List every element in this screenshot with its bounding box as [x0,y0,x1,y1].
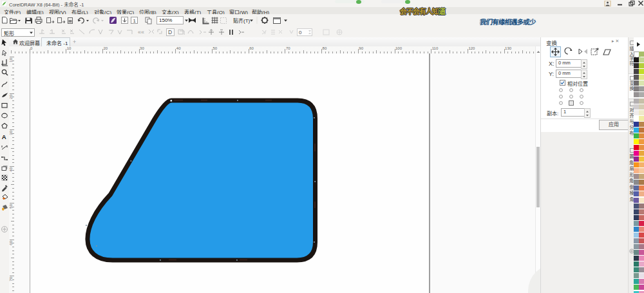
svg-text:A: A [2,133,6,140]
svg-text:0: 0 [299,30,302,35]
svg-text:D: D [168,29,172,35]
svg-text:««: «« [138,29,144,35]
svg-text:贴齐(T): 贴齐(T) [233,17,251,24]
svg-text:1: 1 [133,18,137,24]
svg-text:150%: 150% [159,17,172,23]
